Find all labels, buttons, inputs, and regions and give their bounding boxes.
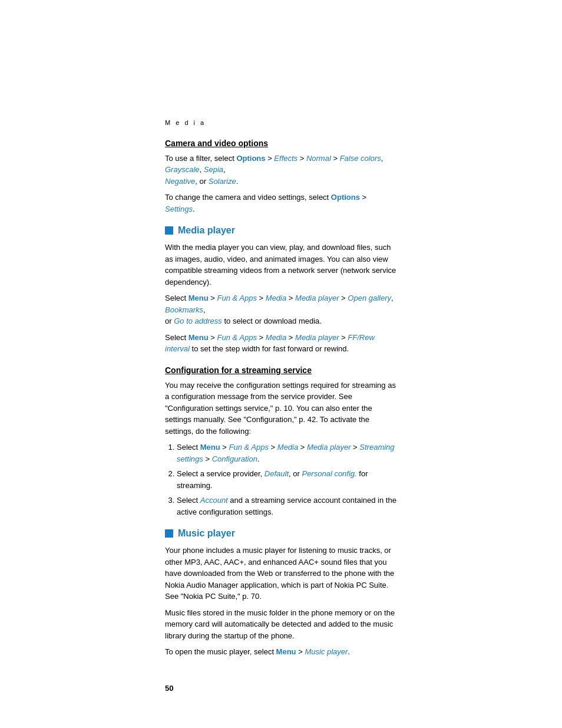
- media-player-para1: With the media player you can view, play…: [165, 242, 397, 288]
- camera-para1: To use a filter, select Options > Effect…: [165, 153, 397, 187]
- gt1: >: [266, 154, 275, 163]
- music-player-link[interactable]: Music player: [305, 647, 348, 656]
- menu-link-2[interactable]: Menu: [189, 333, 209, 342]
- camera-section: Camera and video options To use a filter…: [165, 139, 397, 215]
- media-player-link-3[interactable]: Media player: [307, 443, 351, 452]
- mp-p3-end: to set the step width for fast forward o…: [190, 344, 349, 353]
- music-player-section: Music player Your phone includes a music…: [165, 528, 397, 658]
- media-player-section: Media player With the media player you c…: [165, 225, 397, 355]
- music-player-heading: Music player: [165, 528, 397, 539]
- media-player-heading: Media player: [165, 225, 397, 236]
- fun-apps-link-1[interactable]: Fun & Apps: [217, 294, 257, 302]
- menu-link-3[interactable]: Menu: [200, 443, 220, 452]
- mp-p2-comma2: ,: [203, 305, 206, 314]
- page-number: 50: [165, 684, 173, 693]
- mp-p3-gt4: >: [339, 333, 348, 342]
- menu-link-4[interactable]: Menu: [276, 647, 296, 656]
- music-player-para1: Your phone includes a music player for l…: [165, 545, 397, 602]
- grayscale-link[interactable]: Grayscale: [165, 165, 200, 174]
- mp-p2-comma1: ,: [391, 294, 394, 302]
- negative-link[interactable]: Negative: [165, 177, 195, 186]
- camera-para2-before: To change the camera and video settings,…: [165, 193, 331, 202]
- configuration-list: Select Menu > Fun & Apps > Media > Media…: [177, 442, 397, 518]
- media-player-link-2[interactable]: Media player: [295, 333, 339, 342]
- settings-link[interactable]: Settings: [165, 205, 193, 213]
- li1-gt1: >: [220, 443, 229, 452]
- music-player-para2: Music files stored in the music folder i…: [165, 607, 397, 642]
- comma3: ,: [223, 165, 226, 174]
- gt4: >: [360, 193, 366, 202]
- blue-square-music: [165, 529, 173, 538]
- music-player-para3: To open the music player, select Menu > …: [165, 646, 397, 658]
- fun-apps-link-2[interactable]: Fun & Apps: [217, 333, 257, 342]
- or1: , or: [195, 177, 208, 186]
- media-player-link-1[interactable]: Media player: [295, 294, 339, 302]
- menu-link-1[interactable]: Menu: [189, 294, 209, 302]
- end1: .: [236, 177, 239, 186]
- mp-p3-gt3: >: [286, 333, 295, 342]
- li1-gt3: >: [298, 443, 307, 452]
- mp-p2-or: or: [165, 317, 174, 325]
- effects-link[interactable]: Effects: [274, 154, 297, 163]
- end2: .: [193, 205, 195, 213]
- personal-config-link[interactable]: Personal config.: [302, 469, 356, 478]
- media-player-para2: Select Menu > Fun & Apps > Media > Media…: [165, 292, 397, 327]
- mp-p3-before: Select: [165, 333, 189, 342]
- mp3-end: .: [348, 647, 350, 656]
- options-link-1[interactable]: Options: [236, 154, 265, 163]
- camera-heading: Camera and video options: [165, 139, 397, 148]
- li1-before: Select: [177, 443, 200, 452]
- li1-gt4: >: [351, 443, 360, 452]
- mp3-gt: >: [296, 647, 305, 656]
- li1-gt5: >: [203, 454, 212, 463]
- go-to-address-link[interactable]: Go to address: [174, 317, 222, 325]
- section-label-container: M e d i a: [165, 118, 397, 128]
- configuration-para1: You may receive the configuration settin…: [165, 380, 397, 437]
- mp-p2-gt1: >: [209, 294, 217, 302]
- section-label: M e d i a: [165, 118, 397, 128]
- media-link-1[interactable]: Media: [266, 294, 286, 302]
- blue-square-media: [165, 226, 173, 235]
- li2-or: , or: [289, 469, 302, 478]
- list-item-3: Select Account and a streaming service a…: [177, 495, 397, 518]
- music-player-heading-text: Music player: [178, 528, 235, 539]
- mp-p2-gt2: >: [257, 294, 266, 302]
- mp-p2-before: Select: [165, 294, 189, 302]
- media-link-3[interactable]: Media: [277, 443, 298, 452]
- page: M e d i a Camera and video options To us…: [0, 0, 562, 728]
- list-item-2: Select a service provider, Default, or P…: [177, 468, 397, 491]
- comma2: ,: [200, 165, 204, 174]
- sepia-link[interactable]: Sepia: [204, 165, 223, 174]
- camera-para2: To change the camera and video settings,…: [165, 192, 397, 215]
- camera-para1-before: To use a filter, select: [165, 154, 236, 163]
- false-colors-link[interactable]: False colors: [340, 154, 381, 163]
- fun-apps-link-3[interactable]: Fun & Apps: [229, 443, 269, 452]
- account-link[interactable]: Account: [200, 496, 228, 505]
- media-link-2[interactable]: Media: [266, 333, 286, 342]
- mp-p2-gt3: >: [286, 294, 295, 302]
- bookmarks-link[interactable]: Bookmarks: [165, 305, 203, 314]
- configuration-heading: Configuration for a streaming service: [165, 365, 397, 375]
- mp3-before: To open the music player, select: [165, 647, 276, 656]
- mp-p3-gt1: >: [209, 333, 217, 342]
- mp-p2-gt4: >: [339, 294, 348, 302]
- li3-before: Select: [177, 496, 200, 505]
- gt2: >: [297, 154, 306, 163]
- open-gallery-link[interactable]: Open gallery: [348, 294, 391, 302]
- mp-p2-end: to select or download media.: [222, 317, 322, 325]
- default-link[interactable]: Default: [265, 469, 289, 478]
- comma1: ,: [381, 154, 384, 163]
- solarize-link[interactable]: Solarize: [209, 177, 236, 186]
- gt3: >: [331, 154, 340, 163]
- media-player-heading-text: Media player: [178, 225, 235, 236]
- configuration-link[interactable]: Configuration: [212, 454, 257, 463]
- normal-link[interactable]: Normal: [306, 154, 331, 163]
- options-link-2[interactable]: Options: [331, 193, 360, 202]
- li2-before: Select a service provider,: [177, 469, 265, 478]
- li1-gt2: >: [269, 443, 277, 452]
- list-item-1: Select Menu > Fun & Apps > Media > Media…: [177, 442, 397, 465]
- configuration-section: Configuration for a streaming service Yo…: [165, 365, 397, 518]
- media-player-para3: Select Menu > Fun & Apps > Media > Media…: [165, 332, 397, 355]
- mp-p3-gt2: >: [257, 333, 266, 342]
- li1-end: .: [257, 454, 260, 463]
